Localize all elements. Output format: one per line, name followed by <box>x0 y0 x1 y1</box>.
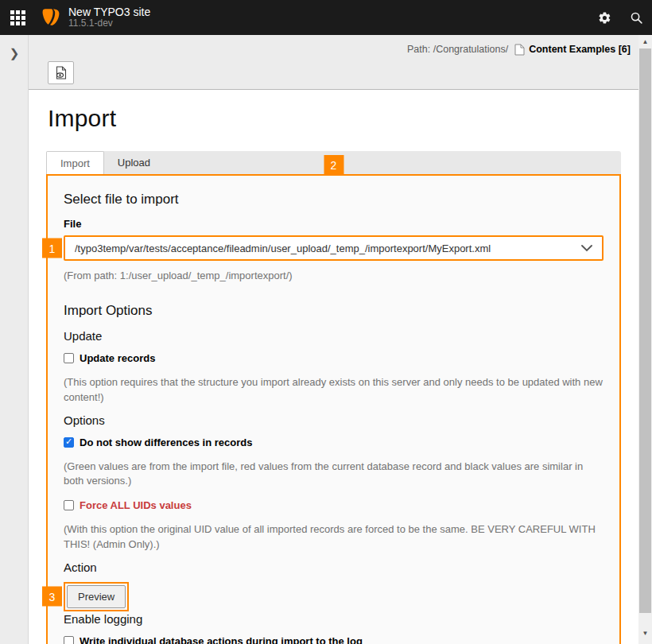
file-select[interactable]: /typo3temp/var/tests/acceptance/fileadmi… <box>64 235 603 261</box>
force-uid-label[interactable]: Force ALL UIDs values <box>80 499 192 511</box>
log-checkbox[interactable] <box>64 636 74 644</box>
select-file-heading: Select file to import <box>64 192 603 208</box>
tab-import[interactable]: Import <box>46 151 104 174</box>
force-uid-note: (With this option the original UID value… <box>64 522 603 553</box>
annotation-marker-1: 1 <box>42 239 62 258</box>
view-webpage-button[interactable] <box>48 61 74 84</box>
from-path-note: (From path: 1:/user_upload/_temp_/import… <box>64 269 603 284</box>
preview-button-highlight: 3 Preview <box>64 582 129 611</box>
logging-heading: Enable logging <box>64 612 603 626</box>
module-frame: Path: /Congratulations/ Content Examples… <box>29 35 638 644</box>
annotation-marker-3: 3 <box>42 587 62 607</box>
import-tab-panel: 2 Select file to import File 1 /typo3tem… <box>46 174 621 644</box>
force-uid-checkbox[interactable] <box>64 500 74 510</box>
annotation-marker-2: 2 <box>324 155 343 175</box>
gear-icon <box>598 11 611 25</box>
topbar: New TYPO3 site 11.5.1-dev <box>0 0 652 35</box>
page-icon <box>514 44 525 56</box>
chevron-down-icon <box>581 245 592 252</box>
doc-header: Path: /Congratulations/ Content Examples… <box>29 35 638 90</box>
file-select-value: /typo3temp/var/tests/acceptance/fileadmi… <box>75 242 581 254</box>
no-diff-label[interactable]: Do not show differences in records <box>80 436 252 448</box>
typo3-logo-icon <box>41 7 61 28</box>
modules-menu-button[interactable] <box>0 0 35 35</box>
site-title: New TYPO3 site <box>68 6 150 18</box>
chevron-right-icon: ❯ <box>10 46 20 60</box>
no-diff-checkbox[interactable] <box>64 437 74 448</box>
record-title: Content Examples [6] <box>529 44 631 55</box>
typo3-version: 11.5.1-dev <box>68 18 150 29</box>
search-toolbar-button[interactable] <box>620 0 652 35</box>
no-diff-note: (Green values are from the import file, … <box>64 460 603 490</box>
scroll-up-arrow-icon[interactable]: ▲ <box>638 35 652 48</box>
update-records-checkbox[interactable] <box>64 353 74 363</box>
update-note: (This option requires that the structure… <box>64 375 603 405</box>
scrollbar-thumb[interactable] <box>639 48 651 613</box>
expand-navigation-button[interactable]: ❯ <box>0 41 29 65</box>
site-title-block: New TYPO3 site 11.5.1-dev <box>68 6 150 29</box>
breadcrumb: Path: /Congratulations/ <box>407 44 508 55</box>
scroll-down-arrow-icon[interactable]: ▼ <box>638 627 652 640</box>
search-icon <box>630 11 643 25</box>
view-page-icon <box>55 66 68 80</box>
settings-toolbar-button[interactable] <box>588 0 620 35</box>
preview-button[interactable]: Preview <box>67 585 126 608</box>
module-body: Import Import Upload 2 Select file to im… <box>29 105 638 644</box>
file-label: File <box>64 218 603 230</box>
grid-icon <box>10 10 25 25</box>
import-options-heading: Import Options <box>64 303 603 319</box>
update-records-label[interactable]: Update records <box>80 352 155 364</box>
tab-upload[interactable]: Upload <box>104 151 164 174</box>
action-heading: Action <box>64 561 603 574</box>
module-menu-collapsed: ❯ <box>0 35 29 644</box>
log-label[interactable]: Write individual database actions during… <box>80 635 363 644</box>
update-heading: Update <box>64 329 603 343</box>
page-title: Import <box>48 105 621 132</box>
options-heading: Options <box>64 413 603 427</box>
vertical-scrollbar[interactable]: ▲ ▼ <box>638 35 652 644</box>
